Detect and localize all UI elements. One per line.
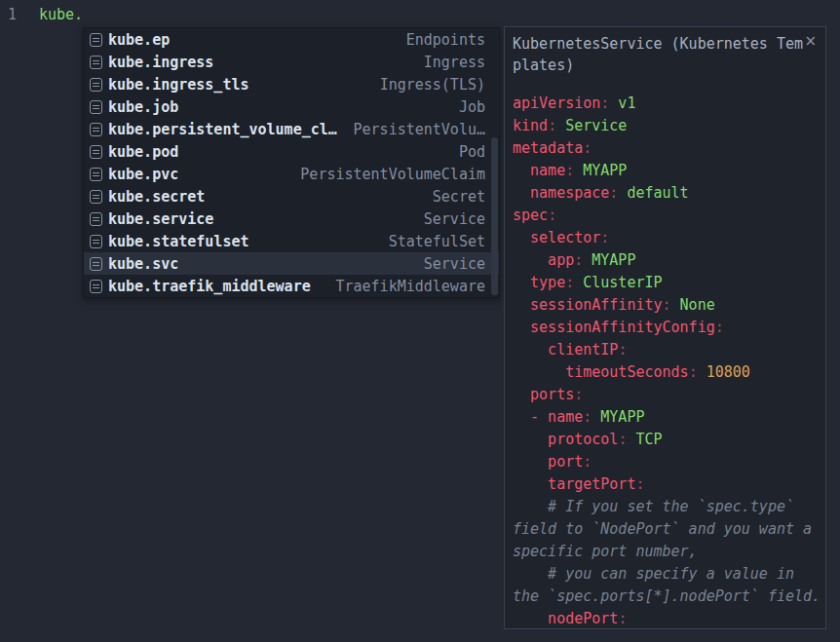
code-line: # you can specify a value in [513, 563, 825, 585]
snippet-icon [90, 257, 102, 271]
autocomplete-item-label: kube.job [108, 98, 178, 116]
code-line: clientIP: [513, 339, 825, 361]
autocomplete-item-label: kube.secret [108, 188, 205, 206]
code-line: ports: [513, 384, 825, 406]
code-line: name: MYAPP [513, 160, 825, 182]
autocomplete-item-detail: PersistentVolumeClaim [300, 166, 485, 183]
doc-code-block: apiVersion: v1kind: Servicemetadata: nam… [513, 93, 825, 630]
editor-code-text[interactable]: kube. [39, 6, 83, 23]
autocomplete-item-label: kube.ingress [108, 54, 213, 71]
autocomplete-list: kube.epEndpointskube.ingressIngresskube.… [84, 28, 499, 297]
code-line: timeoutSeconds: 10800 [513, 361, 825, 384]
autocomplete-item-label: kube.traefik_middleware [108, 278, 311, 295]
autocomplete-item[interactable]: kube.jobJob [84, 95, 499, 118]
autocomplete-item[interactable]: kube.traefik_middlewareTraefikMiddleware [84, 275, 499, 297]
autocomplete-item[interactable]: kube.secretSecret [84, 185, 499, 208]
snippet-icon [90, 212, 102, 226]
code-line: type: ClusterIP [513, 272, 825, 294]
autocomplete-item[interactable]: kube.svcService [84, 252, 499, 275]
code-line: # If you set the `spec.type` [513, 496, 825, 518]
code-line: specific port number, [513, 541, 825, 563]
autocomplete-item[interactable]: kube.podPod [84, 140, 499, 163]
autocomplete-item[interactable]: kube.epEndpoints [84, 28, 499, 51]
autocomplete-item-detail: Service [424, 210, 485, 228]
autocomplete-item-label: kube.ep [108, 31, 170, 49]
autocomplete-item-detail: StatefulSet [389, 233, 485, 250]
code-line: port: [513, 451, 825, 473]
code-line: - name: MYAPP [513, 406, 825, 429]
code-line: targetPort: [513, 473, 825, 496]
snippet-icon [90, 123, 102, 136]
autocomplete-item[interactable]: kube.statefulsetStatefulSet [84, 230, 499, 252]
autocomplete-item[interactable]: kube.pvcPersistentVolumeClaim [84, 163, 499, 185]
close-icon[interactable]: × [804, 32, 817, 50]
autocomplete-item-label: kube.ingress_tls [108, 76, 249, 94]
doc-panel-title: KubernetesService (Kubernetes Templates) [513, 33, 803, 76]
code-line: kind: Service [513, 115, 825, 137]
autocomplete-item-detail: PersistentVolu… [354, 121, 485, 138]
autocomplete-item-label: kube.pod [108, 143, 178, 161]
autocomplete-item-detail: Pod [459, 143, 485, 161]
autocomplete-item[interactable]: kube.ingressIngress [84, 51, 499, 73]
snippet-icon [90, 235, 102, 248]
autocomplete-popup: kube.epEndpointskube.ingressIngresskube.… [83, 27, 500, 298]
autocomplete-item[interactable]: kube.ingress_tlsIngress(TLS) [84, 73, 499, 95]
code-line: protocol: TCP [513, 429, 825, 451]
doc-panel: KubernetesService (Kubernetes Templates)… [504, 26, 826, 629]
snippet-icon [90, 190, 102, 204]
autocomplete-item-detail: TraefikMiddleware [335, 278, 485, 295]
autocomplete-item[interactable]: kube.persistent_volume_cl…PersistentVolu… [84, 118, 499, 140]
code-line: field to `NodePort` and you want a [513, 518, 825, 541]
snippet-icon [90, 168, 102, 181]
snippet-icon [90, 56, 102, 69]
snippet-icon [90, 78, 102, 92]
code-line: metadata: [513, 137, 825, 160]
code-line: selector: [513, 227, 825, 249]
code-line: app: MYAPP [513, 249, 825, 272]
code-line: sessionAffinity: None [513, 294, 825, 317]
autocomplete-scrollbar[interactable] [491, 137, 498, 295]
autocomplete-item-label: kube.pvc [108, 166, 178, 183]
code-line: sessionAffinityConfig: [513, 317, 825, 339]
autocomplete-item-detail: Ingress(TLS) [380, 76, 485, 94]
autocomplete-item-detail: Secret [433, 188, 485, 206]
autocomplete-item-label: kube.svc [108, 255, 178, 273]
autocomplete-item-detail: Job [459, 98, 485, 116]
snippet-icon [90, 280, 102, 293]
code-line: spec: [513, 205, 825, 227]
snippet-icon [90, 33, 102, 47]
autocomplete-item-label: kube.statefulset [108, 233, 249, 250]
line-number: 1 [8, 6, 17, 23]
code-line: apiVersion: v1 [513, 93, 825, 115]
code-line: namespace: default [513, 182, 825, 205]
autocomplete-item-detail: Ingress [424, 54, 485, 71]
code-line: nodePort: [513, 608, 825, 630]
autocomplete-item[interactable]: kube.serviceService [84, 208, 499, 230]
snippet-icon [90, 100, 102, 114]
snippet-icon [90, 145, 102, 159]
autocomplete-item-label: kube.persistent_volume_cl… [108, 121, 337, 138]
autocomplete-item-detail: Endpoints [406, 31, 485, 49]
autocomplete-item-label: kube.service [108, 210, 213, 228]
code-line: the `spec.ports[*].nodePort` field. [513, 585, 825, 608]
autocomplete-item-detail: Service [424, 255, 485, 273]
